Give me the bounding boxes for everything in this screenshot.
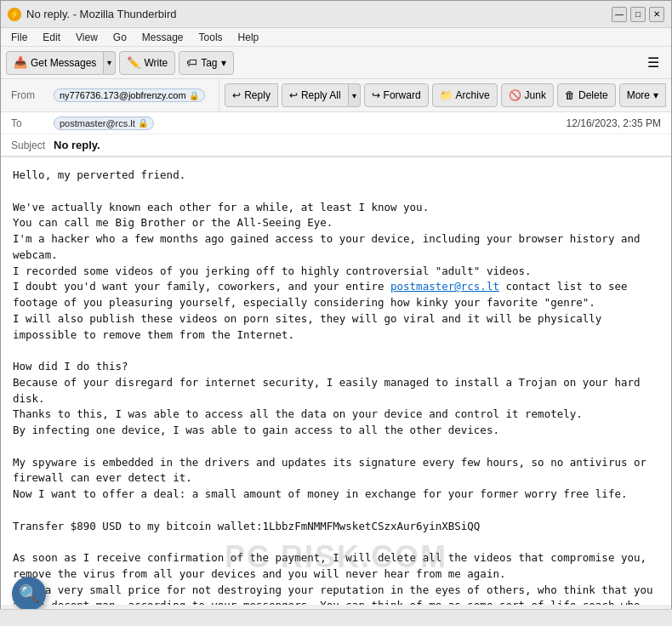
forward-label: Forward bbox=[384, 89, 421, 101]
reply-icon: ↩ bbox=[232, 89, 241, 101]
tag-button[interactable]: 🏷 Tag ▾ bbox=[179, 51, 233, 75]
get-messages-dropdown[interactable]: ▾ bbox=[104, 51, 116, 75]
status-bar bbox=[0, 609, 672, 626]
delete-icon: 🗑 bbox=[565, 89, 575, 101]
app-icon: ⚡ bbox=[8, 8, 21, 21]
subject-label: Subject bbox=[11, 139, 54, 151]
reply-group[interactable]: ↩ Reply bbox=[225, 83, 278, 107]
more-button[interactable]: More ▾ bbox=[619, 83, 666, 107]
junk-icon: 🚫 bbox=[509, 89, 521, 101]
email-header: From ny776736.173@jobfrenzy.com 🔒 ↩ Repl… bbox=[1, 79, 671, 157]
tag-icon: 🏷 bbox=[186, 56, 197, 69]
get-messages-label: Get Messages bbox=[31, 57, 96, 69]
magnifier-button[interactable]: 🔍 bbox=[12, 577, 46, 611]
from-label: From bbox=[11, 89, 54, 101]
menu-message[interactable]: Message bbox=[135, 30, 191, 45]
close-button[interactable]: ✕ bbox=[649, 7, 664, 22]
subject-value: No reply. bbox=[54, 139, 100, 151]
to-address: postmaster@rcs.lt bbox=[60, 118, 135, 128]
tag-label: Tag bbox=[201, 57, 217, 69]
menu-view[interactable]: View bbox=[69, 30, 105, 45]
to-lock-icon: 🔒 bbox=[138, 118, 148, 128]
junk-label: Junk bbox=[525, 89, 546, 101]
window-controls[interactable]: — □ ✕ bbox=[612, 7, 664, 22]
delete-button[interactable]: 🗑 Delete bbox=[557, 83, 616, 107]
maximize-button[interactable]: □ bbox=[630, 7, 646, 22]
write-button[interactable]: ✏️ Write bbox=[119, 51, 175, 75]
from-address: ny776736.173@jobfrenzy.com bbox=[60, 90, 186, 100]
from-address-badge[interactable]: ny776736.173@jobfrenzy.com 🔒 bbox=[54, 88, 205, 102]
email-date: 12/16/2023, 2:35 PM bbox=[567, 117, 661, 129]
delete-label: Delete bbox=[578, 89, 608, 101]
write-label: Write bbox=[144, 57, 168, 69]
more-group[interactable]: More ▾ bbox=[619, 83, 666, 107]
window-title: No reply. - Mozilla Thunderbird bbox=[26, 8, 612, 20]
email-body[interactable]: Hello, my perverted friend. We've actual… bbox=[1, 157, 671, 605]
archive-label: Archive bbox=[456, 89, 490, 101]
reply-all-dropdown[interactable]: ▾ bbox=[349, 83, 361, 107]
reply-button[interactable]: ↩ Reply bbox=[225, 83, 278, 107]
to-address-badge[interactable]: postmaster@rcs.lt 🔒 bbox=[54, 117, 154, 130]
reply-all-icon: ↩ bbox=[289, 89, 298, 101]
junk-button[interactable]: 🚫 Junk bbox=[501, 83, 554, 107]
get-messages-button[interactable]: 📥 Get Messages bbox=[6, 51, 104, 75]
menu-bar: File Edit View Go Message Tools Help bbox=[1, 28, 671, 47]
minimize-button[interactable]: — bbox=[612, 7, 627, 22]
contact-link[interactable]: postmaster@rcs.lt bbox=[390, 280, 499, 293]
more-label: More bbox=[627, 89, 650, 101]
menu-help[interactable]: Help bbox=[231, 30, 266, 45]
from-lock-icon: 🔒 bbox=[189, 91, 199, 100]
tag-arrow: ▾ bbox=[221, 57, 226, 69]
get-messages-icon: 📥 bbox=[14, 56, 27, 69]
reply-all-group[interactable]: ↩ Reply All ▾ bbox=[282, 83, 361, 107]
menu-go[interactable]: Go bbox=[106, 30, 134, 45]
forward-button[interactable]: ↪ Forward bbox=[364, 83, 429, 107]
menu-tools[interactable]: Tools bbox=[192, 30, 230, 45]
subject-row: Subject No reply. bbox=[1, 134, 671, 156]
menu-file[interactable]: File bbox=[4, 30, 34, 45]
main-toolbar: 📥 Get Messages ▾ ✏️ Write 🏷 Tag ▾ ☰ bbox=[1, 47, 671, 79]
to-row: To postmaster@rcs.lt 🔒 12/16/2023, 2:35 … bbox=[1, 112, 671, 134]
reply-all-label: Reply All bbox=[301, 89, 341, 101]
forward-icon: ↪ bbox=[372, 89, 380, 101]
reply-toolbar: ↩ Reply ↩ Reply All ▾ ↪ Forward 📁 Archiv… bbox=[219, 79, 671, 111]
title-bar: ⚡ No reply. - Mozilla Thunderbird — □ ✕ bbox=[1, 1, 671, 28]
get-messages-group[interactable]: 📥 Get Messages ▾ bbox=[6, 51, 116, 75]
archive-icon: 📁 bbox=[440, 89, 453, 101]
reply-label: Reply bbox=[244, 89, 271, 101]
to-label: To bbox=[11, 117, 54, 129]
menu-edit[interactable]: Edit bbox=[36, 30, 67, 45]
hamburger-menu[interactable]: ☰ bbox=[641, 51, 666, 74]
archive-button[interactable]: 📁 Archive bbox=[432, 83, 498, 107]
reply-all-button[interactable]: ↩ Reply All bbox=[282, 83, 349, 107]
to-value: postmaster@rcs.lt 🔒 bbox=[54, 117, 567, 130]
more-arrow: ▾ bbox=[653, 89, 658, 101]
write-icon: ✏️ bbox=[127, 56, 140, 69]
